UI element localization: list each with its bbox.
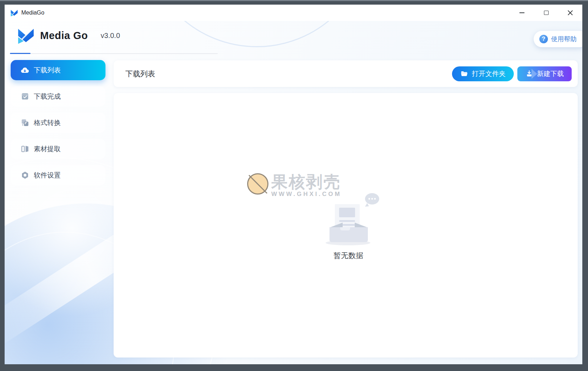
- sidebar-item-format-convert[interactable]: 格式转换: [11, 113, 105, 133]
- sidebar-item-settings[interactable]: 软件设置: [11, 165, 105, 185]
- open-folder-label: 打开文件夹: [472, 69, 506, 78]
- sidebar-item-label: 下载完成: [34, 92, 61, 101]
- app-header: Media Go v3.0.0 ? 使用帮助: [5, 21, 582, 54]
- titlebar[interactable]: MediaGo: [5, 5, 582, 21]
- sidebar-item-label: 格式转换: [34, 118, 61, 127]
- check-square-icon: [20, 92, 29, 101]
- mediago-logo-icon: [10, 9, 18, 17]
- sidebar-item-label: 素材提取: [34, 144, 61, 154]
- sidebar-item-label: 下载列表: [34, 66, 61, 75]
- maximize-icon: [544, 11, 549, 15]
- watermark-site: WWW.GHXI.COM: [271, 191, 342, 198]
- window-frame-highlight: [0, 0, 588, 1]
- watermark-logo-icon: [247, 173, 268, 195]
- watermark-text: 果核剥壳 WWW.GHXI.COM: [271, 173, 342, 198]
- sidebar: 下载列表 下载完成 格式转换: [11, 60, 105, 191]
- brand-block: Media Go v3.0.0: [17, 27, 120, 44]
- new-download-label: 新建下载: [537, 69, 564, 78]
- watermark-brand: 果核剥壳: [271, 173, 342, 190]
- panel-actions: 打开文件夹 新建下载: [452, 66, 572, 81]
- maximize-button[interactable]: [538, 5, 554, 21]
- format-convert-icon: [20, 118, 29, 127]
- open-folder-button[interactable]: 打开文件夹: [452, 66, 514, 81]
- sidebar-item-download-list[interactable]: 下载列表: [11, 60, 105, 80]
- close-icon: [567, 10, 573, 16]
- minimize-icon: [519, 12, 524, 13]
- header-divider: [31, 53, 218, 54]
- chevron-right-icon: [532, 69, 537, 79]
- window-title: MediaGo: [21, 10, 44, 16]
- app-window: MediaGo Media Go v3.0.0 ? 使用帮助: [5, 5, 582, 364]
- sidebar-item-label: 软件设置: [34, 171, 61, 180]
- new-download-button[interactable]: 新建下载: [517, 66, 572, 81]
- folder-icon: [460, 70, 468, 78]
- app-version: v3.0.0: [101, 32, 120, 40]
- sidebar-item-download-complete[interactable]: 下载完成: [11, 86, 105, 107]
- site-watermark: 果核剥壳 WWW.GHXI.COM: [247, 173, 342, 198]
- sidebar-item-material-extract[interactable]: 素材提取: [11, 139, 105, 159]
- brand-underline-accent: [10, 53, 31, 54]
- help-button[interactable]: ? 使用帮助: [534, 31, 582, 47]
- panel-title: 下载列表: [125, 69, 155, 79]
- app-name: Media Go: [40, 30, 88, 42]
- window-controls: [514, 5, 582, 21]
- cloud-download-icon: [20, 66, 29, 75]
- close-button[interactable]: [562, 5, 578, 21]
- question-circle-icon: ?: [539, 35, 548, 43]
- help-label: 使用帮助: [551, 35, 577, 43]
- panel-header: 下载列表 打开文件夹 新建下载: [114, 60, 578, 87]
- settings-gear-icon: [20, 171, 29, 180]
- material-extract-icon: [20, 144, 29, 154]
- mediago-logo-icon: [17, 27, 35, 44]
- minimize-button[interactable]: [514, 5, 530, 21]
- empty-state-message: 暂无数据: [308, 251, 388, 261]
